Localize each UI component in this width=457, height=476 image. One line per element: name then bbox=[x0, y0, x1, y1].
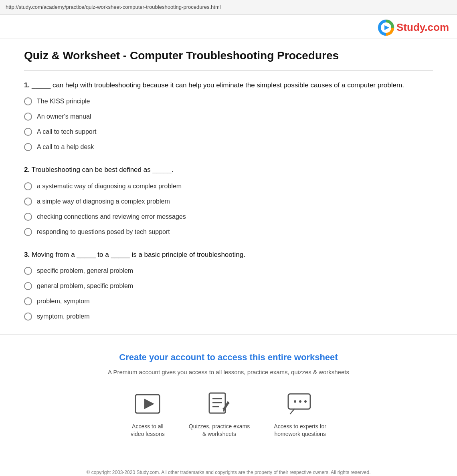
option-label-3-4: symptom, problem bbox=[37, 312, 90, 321]
svg-marker-5 bbox=[144, 399, 154, 409]
features-row: Access to allvideo lessons Quizzes, prac… bbox=[8, 390, 449, 438]
option-label-1-1: The KISS principle bbox=[37, 97, 90, 106]
video-icon bbox=[133, 390, 162, 418]
option-1-2[interactable]: An owner's manual bbox=[24, 112, 433, 121]
logo-text: Study.com bbox=[396, 20, 449, 35]
option-3-3[interactable]: problem, symptom bbox=[24, 296, 433, 306]
radio-3-2[interactable] bbox=[24, 282, 32, 290]
option-label-1-4: A call to a help desk bbox=[37, 142, 94, 152]
question-1: 1. _____ can help with troubleshooting b… bbox=[24, 80, 433, 152]
radio-1-4[interactable] bbox=[24, 143, 32, 151]
option-1-3[interactable]: A call to tech support bbox=[24, 127, 433, 137]
option-2-1[interactable]: a systematic way of diagnosing a complex… bbox=[24, 182, 433, 191]
radio-2-3[interactable] bbox=[24, 213, 32, 221]
url-bar: http://study.com/academy/practice/quiz-w… bbox=[0, 0, 457, 15]
feature-quizzes-label: Quizzes, practice exams& worksheets bbox=[189, 423, 250, 438]
option-1-4[interactable]: A call to a help desk bbox=[24, 142, 433, 152]
feature-experts-label: Access to experts forhomework questions bbox=[274, 423, 326, 438]
feature-experts: Access to experts forhomework questions bbox=[274, 390, 326, 438]
option-label-3-3: problem, symptom bbox=[37, 296, 90, 306]
header-logo: Study.com bbox=[0, 15, 457, 39]
radio-2-1[interactable] bbox=[24, 182, 32, 190]
svg-point-16 bbox=[304, 400, 307, 403]
option-label-2-4: responding to questions posed by tech su… bbox=[37, 227, 170, 237]
radio-3-1[interactable] bbox=[24, 267, 32, 275]
option-label-2-1: a systematic way of diagnosing a complex… bbox=[37, 182, 182, 191]
svg-point-14 bbox=[294, 400, 296, 403]
svg-marker-11 bbox=[223, 401, 229, 411]
option-label-1-3: A call to tech support bbox=[37, 127, 97, 137]
option-1-1[interactable]: The KISS principle bbox=[24, 97, 433, 106]
option-3-1[interactable]: specific problem, general problem bbox=[24, 266, 433, 276]
radio-3-4[interactable] bbox=[24, 313, 32, 321]
cta-title: Create your account to access this entir… bbox=[8, 351, 449, 364]
question-2-text: 2. Troubleshooting can be best defined a… bbox=[24, 165, 433, 175]
question-3: 3. Moving from a _____ to a _____ is a b… bbox=[24, 250, 433, 322]
option-3-4[interactable]: symptom, problem bbox=[24, 312, 433, 321]
feature-video: Access to allvideo lessons bbox=[131, 390, 165, 438]
feature-video-label: Access to allvideo lessons bbox=[131, 423, 165, 438]
main-content: Quiz & Worksheet - Computer Troubleshoot… bbox=[16, 39, 441, 322]
question-2: 2. Troubleshooting can be best defined a… bbox=[24, 165, 433, 237]
option-label-1-2: An owner's manual bbox=[37, 112, 91, 121]
option-2-2[interactable]: a simple way of diagnosing a complex pro… bbox=[24, 197, 433, 206]
page-title: Quiz & Worksheet - Computer Troubleshoot… bbox=[24, 48, 433, 63]
radio-1-1[interactable] bbox=[24, 97, 32, 105]
radio-2-4[interactable] bbox=[24, 228, 32, 236]
option-label-2-2: a simple way of diagnosing a complex pro… bbox=[37, 197, 170, 206]
cta-subtitle: A Premium account gives you access to al… bbox=[8, 368, 449, 377]
cta-section: Create your account to access this entir… bbox=[0, 334, 457, 462]
option-label-3-2: general problem, specific problem bbox=[37, 281, 133, 291]
option-2-4[interactable]: responding to questions posed by tech su… bbox=[24, 227, 433, 237]
radio-2-2[interactable] bbox=[24, 198, 32, 206]
radio-1-2[interactable] bbox=[24, 113, 32, 121]
option-3-2[interactable]: general problem, specific problem bbox=[24, 281, 433, 291]
option-label-3-1: specific problem, general problem bbox=[37, 266, 133, 276]
study-logo-icon bbox=[377, 19, 395, 36]
option-2-3[interactable]: checking connections and reviewing error… bbox=[24, 212, 433, 222]
divider bbox=[24, 70, 433, 71]
radio-1-3[interactable] bbox=[24, 128, 32, 136]
radio-3-3[interactable] bbox=[24, 297, 32, 305]
footer-copyright: © copyright 2003-2020 Study.com. All oth… bbox=[0, 462, 457, 476]
question-3-text: 3. Moving from a _____ to a _____ is a b… bbox=[24, 250, 433, 260]
experts-icon bbox=[286, 390, 314, 418]
question-1-text: 1. _____ can help with troubleshooting b… bbox=[24, 80, 433, 91]
svg-point-15 bbox=[299, 400, 301, 403]
option-label-2-3: checking connections and reviewing error… bbox=[37, 212, 186, 222]
quiz-icon bbox=[205, 390, 233, 418]
feature-quizzes: Quizzes, practice exams& worksheets bbox=[189, 390, 250, 438]
